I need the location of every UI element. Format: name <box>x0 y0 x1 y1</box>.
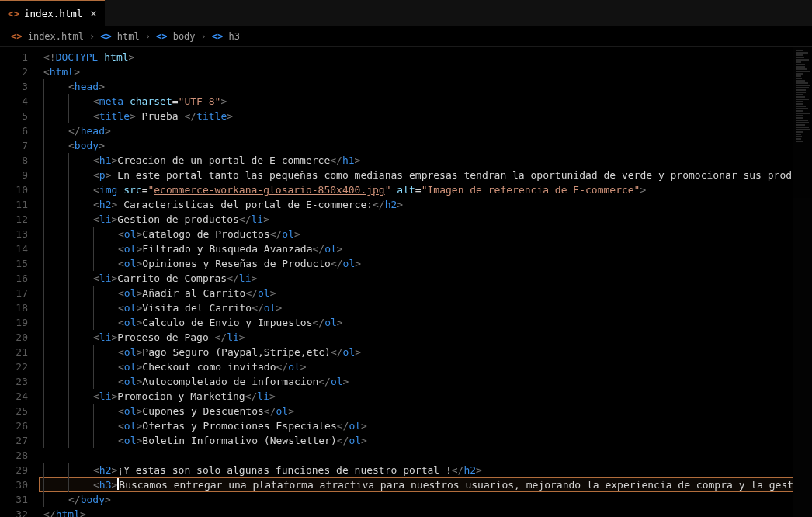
token-brk: > <box>80 508 86 517</box>
line-number: 17 <box>0 286 28 300</box>
code-line[interactable]: <li>Promocion y Marketing</li> <box>39 389 793 404</box>
code-line[interactable]: <img src="ecommerce-workana-glosario-850… <box>39 182 793 197</box>
code-line[interactable]: <li>Carrito de Compras</li> <box>39 271 793 286</box>
token-tag: ol <box>124 317 137 328</box>
code-line[interactable]: <h1>Creacion de un portal de E-commerce<… <box>39 153 793 168</box>
token-brk: </ <box>373 199 385 210</box>
token-tag: html <box>56 508 80 517</box>
token-tag: h1 <box>99 154 112 166</box>
code-line[interactable]: <ol>Calculo de Envio y Impuestos</ol> <box>39 315 793 330</box>
close-icon[interactable]: × <box>90 8 96 19</box>
code-line[interactable]: <ol>Añadir al Carrito</ol> <box>39 286 793 300</box>
editor[interactable]: 1234567891011121314151617181920212223242… <box>0 47 812 517</box>
token-brk: <! <box>43 51 56 63</box>
token-tag: meta <box>99 95 123 107</box>
token-txt: Añadir al Carrito <box>142 287 245 299</box>
line-number: 30 <box>0 477 28 492</box>
code-line[interactable] <box>39 448 793 463</box>
code-line[interactable]: <meta charset="UTF-8"> <box>39 94 793 109</box>
code-area[interactable]: <!DOCTYPE html><html><head><meta charset… <box>39 47 793 517</box>
token-txt <box>117 184 123 196</box>
code-line[interactable]: <ol>Visita del Carrito</ol> <box>39 300 793 315</box>
code-line[interactable]: <ol>Checkout como invitado</ol> <box>39 359 793 374</box>
token-tag: ol <box>258 287 270 299</box>
token-brk: </ <box>68 125 81 137</box>
token-str: " <box>385 184 391 196</box>
token-brk: > <box>111 479 117 491</box>
token-brk: < <box>43 66 50 78</box>
token-tag: ol <box>124 228 137 240</box>
token-tag: li <box>99 331 112 343</box>
code-line[interactable]: <body> <box>39 138 793 153</box>
token-brk: </ <box>318 376 331 387</box>
token-brk: > <box>355 346 361 358</box>
token-brk: < <box>118 420 124 432</box>
code-line[interactable]: <ol>Filtrado y Busqueda Avanzada</ol> <box>39 241 793 256</box>
code-line[interactable]: <ol>Opiniones y Reseñas de Producto</ol> <box>39 256 793 271</box>
token-txt: Filtrado y Busqueda Avanzada <box>142 243 312 255</box>
token-eq: = <box>415 184 422 196</box>
code-line[interactable]: <p> En este portal tanto las pequeñas co… <box>39 168 793 182</box>
minimap-line <box>796 101 803 102</box>
minimap-line <box>796 127 809 128</box>
code-line[interactable]: <title> Prueba </title> <box>39 109 793 123</box>
token-brk: > <box>337 243 343 255</box>
code-line[interactable]: <ol>Boletin Informativo (Newsletter)</ol… <box>39 433 793 448</box>
code-line[interactable]: </html> <box>39 507 793 517</box>
breadcrumb-label: index.html <box>22 31 83 42</box>
token-tag: h1 <box>342 154 355 166</box>
token-tag: title <box>196 110 227 122</box>
minimap-line <box>796 54 803 56</box>
code-line[interactable]: <html> <box>39 64 793 79</box>
minimap-line <box>796 89 806 91</box>
minimap-line <box>796 117 803 119</box>
line-number: 4 <box>0 94 28 109</box>
token-brk: < <box>68 140 75 151</box>
code-line[interactable]: <ol>Cupones y Descuentos</ol> <box>39 404 793 418</box>
token-brk: > <box>129 51 135 63</box>
token-brk: > <box>640 184 646 196</box>
token-txt: Opiniones y Reseñas de Producto <box>142 258 331 269</box>
token-brk: </ <box>43 508 56 517</box>
code-line[interactable]: <h2>¡Y estas son solo algunas funciones … <box>39 463 793 477</box>
line-number: 24 <box>0 389 28 404</box>
breadcrumb-item[interactable]: <> h3 <box>212 31 240 42</box>
code-line[interactable]: </head> <box>39 123 793 138</box>
minimap-line <box>796 129 810 130</box>
line-number: 7 <box>0 138 28 153</box>
code-line[interactable]: <ol>Pago Seguro (Paypal,Stripe,etc)</ol> <box>39 345 793 359</box>
code-line[interactable]: <li>Proceso de Pago </li> <box>39 330 793 345</box>
token-tag: ol <box>349 435 361 446</box>
breadcrumb-item[interactable]: <> body <box>156 31 196 42</box>
minimap-line <box>796 138 801 140</box>
minimap-line <box>796 50 803 51</box>
code-line[interactable]: <ol>Autocompletado de informacion</ol> <box>39 374 793 389</box>
minimap[interactable] <box>793 47 812 517</box>
token-brk: > <box>276 302 283 314</box>
token-brk: > <box>337 317 343 328</box>
minimap-line <box>796 71 810 72</box>
token-txt: ¡Y estas son solo algunas funciones de n… <box>117 464 451 476</box>
breadcrumb-item[interactable]: <> html <box>100 31 140 42</box>
token-brk: < <box>93 110 99 122</box>
token-brk: < <box>118 228 124 240</box>
code-line[interactable]: <head> <box>39 79 793 94</box>
minimap-line <box>796 134 801 135</box>
line-number: 16 <box>0 271 28 286</box>
token-brk: < <box>118 302 124 314</box>
code-line[interactable]: <ol>Catalogo de Productos</ol> <box>39 227 793 241</box>
minimap-line <box>796 131 803 133</box>
code-line[interactable]: </body> <box>39 492 793 507</box>
code-line[interactable]: <h2> Caracteristicas del portal de E-com… <box>39 197 793 212</box>
token-tag: ol <box>124 258 137 269</box>
tab-index-html[interactable]: <> index.html × <box>0 0 105 26</box>
token-brk: </ <box>245 287 258 299</box>
token-txt: En este portal tanto las pequeñas como m… <box>111 169 792 181</box>
token-brk: < <box>118 287 124 299</box>
line-number: 22 <box>0 359 28 374</box>
code-line[interactable]: <ol>Ofertas y Promociones Especiales</ol… <box>39 418 793 433</box>
breadcrumb-item[interactable]: <> index.html <box>11 31 84 42</box>
code-line[interactable]: <h3>Buscamos entregar una plataforma atr… <box>39 477 793 492</box>
code-line[interactable]: <li>Gestion de productos</li> <box>39 212 793 227</box>
code-line[interactable]: <!DOCTYPE html> <box>39 50 793 64</box>
